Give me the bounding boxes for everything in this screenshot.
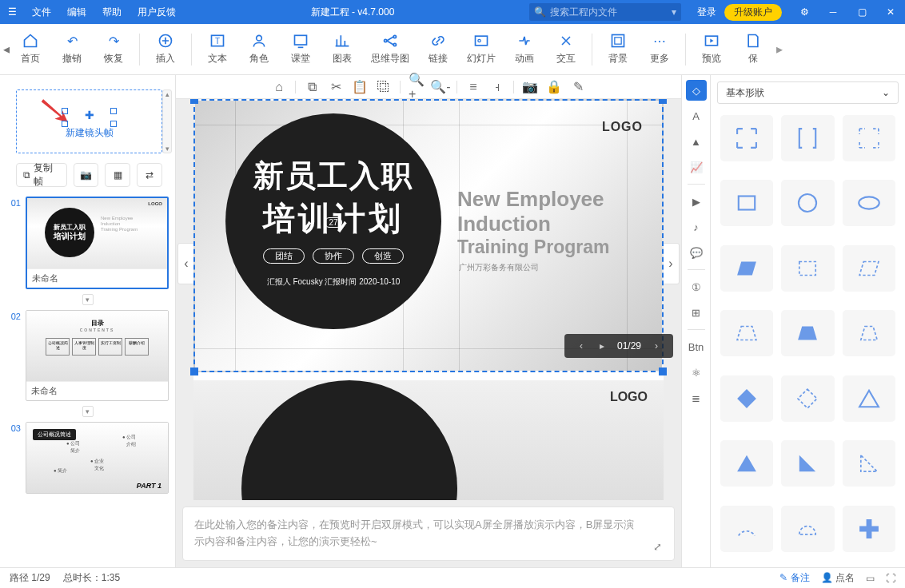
zoom-in-icon[interactable]: 🔍+: [409, 79, 425, 95]
login-link[interactable]: 登录: [689, 6, 724, 19]
shape-trapezoid-outline-dashed[interactable]: [843, 310, 895, 356]
menu-help[interactable]: 帮助: [94, 0, 130, 24]
title-circle[interactable]: 新员工入职 27 培训计划 团结 协作 创造 汇报人 Focusky 汇报时间 …: [225, 113, 441, 329]
shape-triangle-outline[interactable]: [843, 375, 895, 422]
copy-icon[interactable]: ⧉: [304, 79, 320, 95]
company-text[interactable]: 广州万彩备务有限公司: [459, 262, 539, 273]
comment-tab[interactable]: 💬: [686, 242, 707, 263]
slide-group-icon[interactable]: ▾: [82, 294, 94, 305]
shape-cross-solid[interactable]: [843, 506, 895, 552]
zoom-out-icon[interactable]: 🔍-: [433, 79, 449, 95]
shape-rect[interactable]: [720, 180, 773, 226]
slide-canvas[interactable]: LOGO 新员工入职 27 培训计划 团结 协作 创造 汇报人 Focusky …: [193, 99, 664, 372]
audio-tab[interactable]: ♪: [686, 217, 707, 237]
logo-text[interactable]: LOGO: [602, 120, 643, 134]
shape-right-triangle-dashed[interactable]: [843, 440, 895, 487]
toolbar-preview[interactable]: 预览: [691, 30, 732, 69]
snapshot-icon[interactable]: 📷: [522, 79, 538, 95]
shape-trapezoid-dashed[interactable]: [720, 310, 773, 356]
shape-diamond-solid[interactable]: [720, 375, 773, 422]
duplicate-icon[interactable]: ⿻: [376, 79, 392, 95]
minimize-button[interactable]: ─: [819, 0, 847, 24]
toolbar-redo[interactable]: ↷恢复: [93, 30, 134, 69]
expand-icon[interactable]: ⤢: [653, 539, 666, 552]
shape-circle[interactable]: [781, 180, 834, 226]
shape-rect-dashed[interactable]: [781, 245, 834, 292]
lock-icon[interactable]: 🔒: [546, 79, 562, 95]
shape-parallelogram-dashed[interactable]: [843, 245, 895, 292]
menu-edit[interactable]: 编辑: [59, 0, 94, 24]
pager-prev[interactable]: ‹: [576, 340, 587, 352]
shape-bracket[interactable]: [781, 115, 834, 161]
toolbar-save[interactable]: 保: [732, 30, 774, 69]
chart-tab[interactable]: 📈: [686, 157, 707, 177]
canvas-viewport[interactable]: ‹ › LOGO 新员工入职 27 培训计划 团结 协作 创造: [176, 99, 681, 500]
settings-icon[interactable]: ⚙: [790, 0, 819, 24]
shape-frame-solid[interactable]: [720, 115, 773, 161]
paste-icon[interactable]: 📋: [352, 79, 368, 95]
transition-button[interactable]: ⇄: [137, 163, 162, 187]
toolbar-text[interactable]: T文本: [197, 30, 238, 69]
shape-ellipse[interactable]: [843, 180, 895, 226]
shape-half-circle-dashed[interactable]: [781, 506, 834, 552]
layers-tab[interactable]: ≣: [686, 387, 707, 408]
number-tab[interactable]: ①: [686, 276, 707, 297]
toolbar-more[interactable]: ⋯更多: [639, 30, 680, 69]
prev-slide-button[interactable]: ‹: [177, 243, 195, 284]
sidebar-scrollbar[interactable]: ▴▾: [162, 89, 172, 153]
button-tab[interactable]: Btn: [686, 336, 707, 357]
toolbar-bg[interactable]: 背景: [597, 30, 639, 69]
notes-toggle[interactable]: ✎ 备注: [779, 571, 809, 585]
slide-thumbnail[interactable]: 03 公司概况简述 PART 1 ● 公司 简介 ● 企业 文化 ● 公司 介绍…: [6, 422, 169, 494]
video-tab[interactable]: ▶: [686, 191, 707, 212]
shape-right-triangle-solid[interactable]: [781, 440, 834, 487]
atom-tab[interactable]: ⚛: [686, 362, 707, 383]
slide-thumbnail[interactable]: 02 目录CONTENTS 公司概况简述人事管理制度实行工资制薪酬介绍 未命名: [6, 310, 169, 401]
shape-frame-dashed[interactable]: [843, 115, 895, 161]
text-tab[interactable]: A: [686, 105, 707, 126]
maximize-button[interactable]: ▢: [847, 0, 876, 24]
shape-parallelogram-solid[interactable]: [720, 245, 773, 292]
shapes-tab[interactable]: ◇: [686, 80, 707, 101]
slide-group-icon[interactable]: ▾: [82, 406, 94, 417]
toolbar-mindmap[interactable]: 思维导图: [363, 30, 417, 69]
slide-thumbnail[interactable]: 01 LOGO新员工入职培训计划New EmployeeInductionTra…: [6, 197, 169, 289]
toolbar-scroll-right[interactable]: ▸: [774, 42, 785, 58]
search-input[interactable]: 🔍 搜索工程内文件 ▾: [529, 3, 681, 21]
copy-frame-button[interactable]: ⧉复制帧: [16, 163, 67, 187]
home-view-icon[interactable]: ⌂: [271, 79, 287, 95]
edit-icon[interactable]: ✎: [570, 79, 586, 95]
toolbar-role[interactable]: 角色: [238, 30, 280, 69]
align-icon[interactable]: ≡: [465, 79, 481, 95]
upgrade-button[interactable]: 升级账户: [724, 4, 782, 21]
toolbar-scroll-left[interactable]: ◂: [3, 42, 10, 57]
shape-arc-dashed[interactable]: [720, 506, 773, 552]
notes-input[interactable]: 在此处输入您的备注内容，在预览时开启双屏模式，可以实现A屏全屏播放演示内容，B屏…: [182, 507, 675, 561]
toolbar-insert[interactable]: 插入: [145, 30, 186, 69]
cut-icon[interactable]: ✂: [328, 79, 344, 95]
toolbar-link[interactable]: 链接: [417, 30, 459, 69]
shape-triangle-solid[interactable]: [720, 440, 773, 487]
toolbar-class[interactable]: 课堂: [280, 30, 321, 69]
toolbar-chart[interactable]: 图表: [321, 30, 363, 69]
grid-tab[interactable]: ⊞: [686, 302, 707, 323]
roll-call-button[interactable]: 👤 点名: [821, 571, 855, 585]
image-tab[interactable]: ▲: [686, 131, 707, 152]
toolbar-home[interactable]: 首页: [10, 30, 51, 69]
close-button[interactable]: ✕: [876, 0, 905, 24]
english-title[interactable]: New Employee Induction Training Program: [457, 187, 609, 258]
distribute-icon[interactable]: ⫞: [489, 79, 505, 95]
shape-trapezoid-solid[interactable]: [781, 310, 834, 356]
shape-diamond-dashed[interactable]: [781, 375, 834, 422]
next-slide-button[interactable]: ›: [662, 243, 680, 284]
fullscreen-icon[interactable]: ⛶: [886, 573, 895, 584]
toolbar-slide[interactable]: 幻灯片: [459, 30, 504, 69]
shape-category-select[interactable]: 基本形狀 ⌄: [717, 81, 899, 104]
qr-button[interactable]: ▦: [105, 163, 130, 187]
toolbar-undo[interactable]: ↶撤销: [51, 30, 93, 69]
toolbar-anim[interactable]: 动画: [504, 30, 545, 69]
camera-button[interactable]: 📷: [74, 163, 99, 187]
pager-next[interactable]: ›: [651, 340, 662, 352]
toolbar-interact[interactable]: 交互: [545, 30, 587, 69]
menu-feedback[interactable]: 用户反馈: [130, 0, 184, 24]
